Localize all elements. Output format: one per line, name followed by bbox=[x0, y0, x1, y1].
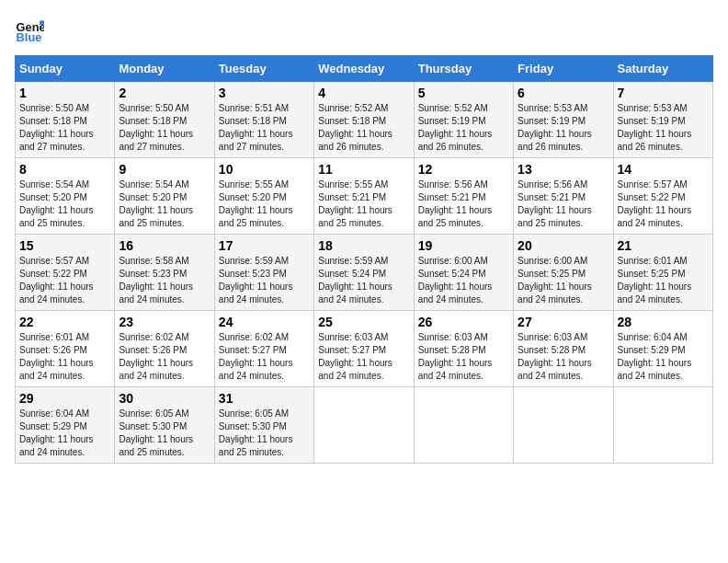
day-number: 9 bbox=[119, 162, 210, 177]
page-header: General Blue bbox=[15, 15, 713, 44]
day-info: Sunrise: 5:52 AM Sunset: 5:19 PM Dayligh… bbox=[418, 102, 509, 154]
day-number: 14 bbox=[618, 162, 709, 177]
day-info: Sunrise: 5:55 AM Sunset: 5:20 PM Dayligh… bbox=[219, 178, 310, 230]
day-number: 26 bbox=[418, 315, 509, 329]
day-info: Sunrise: 6:05 AM Sunset: 5:30 PM Dayligh… bbox=[119, 408, 210, 459]
calendar-cell: 29 Sunrise: 6:04 AM Sunset: 5:29 PM Dayl… bbox=[16, 387, 115, 464]
day-number: 20 bbox=[518, 238, 609, 253]
calendar-week-1: 1 Sunrise: 5:50 AM Sunset: 5:18 PM Dayli… bbox=[16, 82, 713, 158]
calendar-cell: 28 Sunrise: 6:04 AM Sunset: 5:29 PM Dayl… bbox=[613, 311, 712, 387]
calendar-cell: 8 Sunrise: 5:54 AM Sunset: 5:20 PM Dayli… bbox=[16, 158, 115, 235]
day-number: 5 bbox=[418, 86, 509, 100]
day-number: 19 bbox=[418, 238, 509, 253]
day-number: 2 bbox=[119, 86, 210, 100]
day-info: Sunrise: 6:02 AM Sunset: 5:26 PM Dayligh… bbox=[119, 331, 210, 383]
day-number: 28 bbox=[618, 315, 709, 329]
calendar-cell bbox=[314, 387, 414, 464]
calendar-cell: 31 Sunrise: 6:05 AM Sunset: 5:30 PM Dayl… bbox=[214, 387, 313, 464]
calendar-week-2: 8 Sunrise: 5:54 AM Sunset: 5:20 PM Dayli… bbox=[16, 158, 713, 235]
day-info: Sunrise: 6:02 AM Sunset: 5:27 PM Dayligh… bbox=[219, 331, 310, 383]
calendar-cell: 25 Sunrise: 6:03 AM Sunset: 5:27 PM Dayl… bbox=[314, 311, 414, 387]
day-info: Sunrise: 5:51 AM Sunset: 5:18 PM Dayligh… bbox=[219, 102, 310, 154]
weekday-header-thursday: Thursday bbox=[414, 56, 513, 82]
calendar-cell: 9 Sunrise: 5:54 AM Sunset: 5:20 PM Dayli… bbox=[115, 158, 214, 235]
day-number: 3 bbox=[219, 86, 310, 100]
day-number: 11 bbox=[318, 162, 409, 177]
day-number: 12 bbox=[418, 162, 509, 177]
day-info: Sunrise: 6:00 AM Sunset: 5:25 PM Dayligh… bbox=[518, 255, 609, 306]
day-number: 21 bbox=[618, 238, 709, 253]
weekday-header-saturday: Saturday bbox=[613, 56, 712, 82]
day-info: Sunrise: 6:03 AM Sunset: 5:28 PM Dayligh… bbox=[418, 331, 509, 383]
calendar-cell: 26 Sunrise: 6:03 AM Sunset: 5:28 PM Dayl… bbox=[414, 311, 513, 387]
calendar-cell: 30 Sunrise: 6:05 AM Sunset: 5:30 PM Dayl… bbox=[115, 387, 214, 464]
day-info: Sunrise: 5:50 AM Sunset: 5:18 PM Dayligh… bbox=[19, 102, 110, 154]
calendar-cell: 3 Sunrise: 5:51 AM Sunset: 5:18 PM Dayli… bbox=[214, 82, 313, 158]
day-info: Sunrise: 6:04 AM Sunset: 5:29 PM Dayligh… bbox=[618, 331, 709, 383]
day-info: Sunrise: 6:05 AM Sunset: 5:30 PM Dayligh… bbox=[219, 408, 310, 459]
day-number: 10 bbox=[219, 162, 310, 177]
day-info: Sunrise: 6:01 AM Sunset: 5:26 PM Dayligh… bbox=[19, 331, 110, 383]
day-info: Sunrise: 5:57 AM Sunset: 5:22 PM Dayligh… bbox=[19, 255, 110, 306]
calendar-cell: 18 Sunrise: 5:59 AM Sunset: 5:24 PM Dayl… bbox=[314, 235, 414, 311]
calendar-cell: 16 Sunrise: 5:58 AM Sunset: 5:23 PM Dayl… bbox=[115, 235, 214, 311]
day-number: 7 bbox=[618, 86, 709, 100]
calendar-cell: 14 Sunrise: 5:57 AM Sunset: 5:22 PM Dayl… bbox=[613, 158, 712, 235]
day-number: 31 bbox=[219, 391, 310, 406]
day-info: Sunrise: 6:00 AM Sunset: 5:24 PM Dayligh… bbox=[418, 255, 509, 306]
day-info: Sunrise: 5:59 AM Sunset: 5:24 PM Dayligh… bbox=[318, 255, 409, 306]
weekday-header-sunday: Sunday bbox=[16, 56, 115, 82]
day-info: Sunrise: 6:04 AM Sunset: 5:29 PM Dayligh… bbox=[19, 408, 110, 459]
svg-text:Blue: Blue bbox=[17, 30, 42, 44]
calendar-cell: 11 Sunrise: 5:55 AM Sunset: 5:21 PM Dayl… bbox=[314, 158, 414, 235]
day-info: Sunrise: 5:58 AM Sunset: 5:23 PM Dayligh… bbox=[119, 255, 210, 306]
day-number: 24 bbox=[219, 315, 310, 329]
calendar-cell: 15 Sunrise: 5:57 AM Sunset: 5:22 PM Dayl… bbox=[16, 235, 115, 311]
calendar-cell: 20 Sunrise: 6:00 AM Sunset: 5:25 PM Dayl… bbox=[514, 235, 613, 311]
calendar-cell: 19 Sunrise: 6:00 AM Sunset: 5:24 PM Dayl… bbox=[414, 235, 513, 311]
calendar-week-5: 29 Sunrise: 6:04 AM Sunset: 5:29 PM Dayl… bbox=[16, 387, 713, 464]
calendar-cell: 10 Sunrise: 5:55 AM Sunset: 5:20 PM Dayl… bbox=[214, 158, 313, 235]
day-number: 13 bbox=[518, 162, 609, 177]
calendar-cell: 1 Sunrise: 5:50 AM Sunset: 5:18 PM Dayli… bbox=[16, 82, 115, 158]
day-info: Sunrise: 6:03 AM Sunset: 5:27 PM Dayligh… bbox=[318, 331, 409, 383]
calendar-cell: 17 Sunrise: 5:59 AM Sunset: 5:23 PM Dayl… bbox=[214, 235, 313, 311]
day-info: Sunrise: 5:54 AM Sunset: 5:20 PM Dayligh… bbox=[19, 178, 110, 230]
day-info: Sunrise: 5:54 AM Sunset: 5:20 PM Dayligh… bbox=[119, 178, 210, 230]
calendar-cell: 5 Sunrise: 5:52 AM Sunset: 5:19 PM Dayli… bbox=[414, 82, 513, 158]
calendar-cell bbox=[514, 387, 613, 464]
day-info: Sunrise: 5:53 AM Sunset: 5:19 PM Dayligh… bbox=[518, 102, 609, 154]
calendar-cell: 13 Sunrise: 5:56 AM Sunset: 5:21 PM Dayl… bbox=[514, 158, 613, 235]
day-number: 25 bbox=[318, 315, 409, 329]
day-number: 23 bbox=[119, 315, 210, 329]
weekday-header-tuesday: Tuesday bbox=[214, 56, 313, 82]
day-info: Sunrise: 5:50 AM Sunset: 5:18 PM Dayligh… bbox=[119, 102, 210, 154]
day-number: 30 bbox=[119, 391, 210, 406]
weekday-header-wednesday: Wednesday bbox=[314, 56, 414, 82]
day-info: Sunrise: 5:56 AM Sunset: 5:21 PM Dayligh… bbox=[418, 178, 509, 230]
calendar-cell: 7 Sunrise: 5:53 AM Sunset: 5:19 PM Dayli… bbox=[613, 82, 712, 158]
day-number: 18 bbox=[318, 238, 409, 253]
calendar-cell: 23 Sunrise: 6:02 AM Sunset: 5:26 PM Dayl… bbox=[115, 311, 214, 387]
calendar-week-4: 22 Sunrise: 6:01 AM Sunset: 5:26 PM Dayl… bbox=[16, 311, 713, 387]
day-number: 8 bbox=[19, 162, 110, 177]
calendar-cell: 27 Sunrise: 6:03 AM Sunset: 5:28 PM Dayl… bbox=[514, 311, 613, 387]
day-number: 1 bbox=[19, 86, 110, 100]
day-info: Sunrise: 6:03 AM Sunset: 5:28 PM Dayligh… bbox=[518, 331, 609, 383]
day-info: Sunrise: 5:55 AM Sunset: 5:21 PM Dayligh… bbox=[318, 178, 409, 230]
calendar-cell: 24 Sunrise: 6:02 AM Sunset: 5:27 PM Dayl… bbox=[214, 311, 313, 387]
day-number: 15 bbox=[19, 238, 110, 253]
calendar-cell: 12 Sunrise: 5:56 AM Sunset: 5:21 PM Dayl… bbox=[414, 158, 513, 235]
day-info: Sunrise: 5:53 AM Sunset: 5:19 PM Dayligh… bbox=[618, 102, 709, 154]
calendar-cell: 4 Sunrise: 5:52 AM Sunset: 5:18 PM Dayli… bbox=[314, 82, 414, 158]
day-number: 27 bbox=[518, 315, 609, 329]
day-number: 16 bbox=[119, 238, 210, 253]
logo: General Blue bbox=[15, 15, 44, 44]
logo-icon: General Blue bbox=[15, 15, 44, 44]
calendar-cell bbox=[414, 387, 513, 464]
calendar-week-3: 15 Sunrise: 5:57 AM Sunset: 5:22 PM Dayl… bbox=[16, 235, 713, 311]
day-number: 6 bbox=[518, 86, 609, 100]
calendar-table: SundayMondayTuesdayWednesdayThursdayFrid… bbox=[15, 55, 713, 464]
calendar-cell: 22 Sunrise: 6:01 AM Sunset: 5:26 PM Dayl… bbox=[16, 311, 115, 387]
day-number: 4 bbox=[318, 86, 409, 100]
